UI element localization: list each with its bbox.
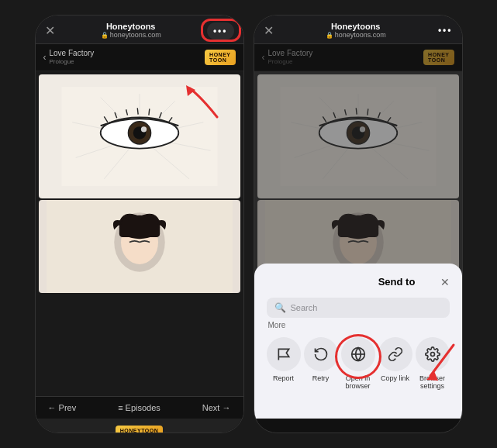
left-bottom-logo-text: HONEYTOON bbox=[120, 428, 159, 433]
right-back-chevron-icon: ‹ bbox=[262, 52, 265, 63]
svg-rect-27 bbox=[119, 223, 159, 236]
right-browser-title: Honeytoons bbox=[280, 22, 432, 31]
left-manga-content: ← Prev ≡ Episodes Next → bbox=[36, 71, 243, 419]
left-nav-title: Love Factory bbox=[50, 49, 95, 58]
left-manga-panel-1 bbox=[39, 74, 240, 198]
left-more-button[interactable]: ••• bbox=[207, 22, 234, 40]
left-manga-panel-2 bbox=[39, 200, 240, 293]
left-logo-line2: TOON bbox=[209, 57, 230, 63]
report-label: Report bbox=[273, 374, 294, 383]
left-close-button[interactable]: ✕ bbox=[45, 23, 55, 38]
copy-link-icon-circle bbox=[378, 337, 412, 371]
left-bottom-logo: HONEYTOON bbox=[116, 426, 164, 433]
left-nav-text: Love Factory Prologue bbox=[50, 49, 95, 66]
sheet-search-placeholder: Search bbox=[291, 303, 318, 312]
svg-point-21 bbox=[112, 129, 121, 135]
retry-label: Retry bbox=[312, 374, 330, 383]
open-in-browser-action[interactable]: Open in browser bbox=[341, 337, 375, 391]
left-bottom-nav: ← Prev ≡ Episodes Next → bbox=[36, 396, 243, 419]
svg-point-41 bbox=[359, 126, 364, 132]
sheet-title: Send to bbox=[354, 276, 440, 288]
sheet-header: Send to ✕ bbox=[267, 276, 450, 288]
right-browser-header: ✕ Honeytoons 🔒 honeytoons.com ••• bbox=[254, 16, 462, 44]
retry-icon-circle bbox=[304, 337, 338, 371]
browser-settings-action[interactable]: Browser settings bbox=[416, 337, 450, 391]
browser-settings-label: Browser settings bbox=[416, 374, 450, 391]
send-to-sheet: Send to ✕ 🔍 Search More bbox=[254, 264, 462, 419]
right-content-header: ‹ Love Factory Prologue HONEY TOON bbox=[254, 44, 462, 71]
report-action[interactable]: Report bbox=[267, 337, 301, 391]
left-browser-header: ✕ Honeytoons 🔒 honeytoons.com ••• bbox=[36, 16, 243, 44]
right-url-text: honeytoons.com bbox=[335, 31, 386, 39]
left-manga-panels bbox=[36, 71, 243, 296]
svg-line-46 bbox=[367, 109, 368, 115]
left-more-wrapper: ••• bbox=[207, 23, 234, 37]
left-honey-logo: HONEY TOON bbox=[205, 50, 235, 65]
right-phone: ✕ Honeytoons 🔒 honeytoons.com ••• ‹ Love… bbox=[254, 15, 463, 433]
open-browser-label: Open in browser bbox=[341, 374, 375, 391]
copy-link-action[interactable]: Copy link bbox=[378, 337, 412, 391]
right-logo-line2: TOON bbox=[428, 57, 449, 63]
svg-point-49 bbox=[331, 129, 340, 135]
sheet-actions-row: Report Retry Open in brows bbox=[267, 337, 450, 391]
left-back-chevron-icon: ‹ bbox=[43, 52, 47, 63]
left-manga-panel-1-svg bbox=[49, 87, 230, 186]
left-content-header: ‹ Love Factory Prologue HONEY TOON bbox=[36, 44, 243, 71]
left-next-button[interactable]: Next → bbox=[202, 403, 231, 412]
left-logo-line1: HONEY bbox=[209, 52, 230, 57]
left-manga-panel-2-svg bbox=[39, 200, 240, 293]
report-icon-circle bbox=[267, 337, 301, 371]
svg-point-13 bbox=[140, 126, 146, 132]
right-back-nav: ‹ Love Factory Prologue bbox=[262, 49, 313, 66]
browser-settings-icon-circle bbox=[416, 337, 450, 371]
right-logo-line1: HONEY bbox=[428, 52, 449, 57]
right-nav-subtitle: Prologue bbox=[268, 58, 313, 66]
right-close-button[interactable]: ✕ bbox=[264, 23, 274, 38]
copy-link-label: Copy link bbox=[381, 374, 409, 383]
left-browser-title: Honeytoons bbox=[61, 22, 201, 31]
open-browser-icon-circle bbox=[341, 337, 375, 371]
left-url-area: Honeytoons 🔒 honeytoons.com bbox=[61, 22, 201, 39]
right-nav-text: Love Factory Prologue bbox=[268, 49, 313, 66]
right-manga-panel-svg bbox=[267, 87, 449, 186]
right-browser-url: 🔒 honeytoons.com bbox=[280, 31, 432, 39]
right-honey-logo: HONEY TOON bbox=[423, 50, 454, 65]
left-episodes-button[interactable]: ≡ Episodes bbox=[118, 403, 160, 412]
right-url-area: Honeytoons 🔒 honeytoons.com bbox=[280, 22, 432, 39]
search-icon: 🔍 bbox=[274, 302, 286, 313]
sheet-close-button[interactable]: ✕ bbox=[440, 276, 450, 288]
left-browser-url: 🔒 honeytoons.com bbox=[61, 31, 201, 39]
left-nav-subtitle: Prologue bbox=[50, 58, 95, 66]
right-more-button[interactable]: ••• bbox=[438, 25, 453, 36]
retry-action[interactable]: Retry bbox=[304, 337, 338, 391]
right-manga-content: Send to ✕ 🔍 Search More bbox=[254, 71, 462, 419]
sheet-search-bar[interactable]: 🔍 Search bbox=[267, 298, 450, 318]
left-url-text: honeytoons.com bbox=[110, 31, 161, 39]
left-lock-icon: 🔒 bbox=[101, 32, 109, 39]
right-manga-panel-1 bbox=[257, 74, 459, 198]
left-phone: ✕ Honeytoons 🔒 honeytoons.com ••• ‹ Love… bbox=[35, 15, 244, 433]
right-nav-title: Love Factory bbox=[268, 49, 313, 58]
right-lock-icon: 🔒 bbox=[326, 32, 333, 39]
left-bottom-logo-bar: HONEYTOON bbox=[36, 419, 243, 433]
svg-line-45 bbox=[356, 108, 357, 114]
sheet-more-label: More bbox=[268, 321, 450, 329]
svg-rect-54 bbox=[337, 223, 378, 236]
svg-line-18 bbox=[148, 109, 149, 115]
left-prev-button[interactable]: ← Prev bbox=[48, 403, 77, 412]
svg-point-57 bbox=[430, 352, 434, 356]
right-manga-panels bbox=[254, 71, 462, 296]
left-back-nav[interactable]: ‹ Love Factory Prologue bbox=[43, 49, 95, 66]
svg-line-17 bbox=[137, 108, 138, 114]
